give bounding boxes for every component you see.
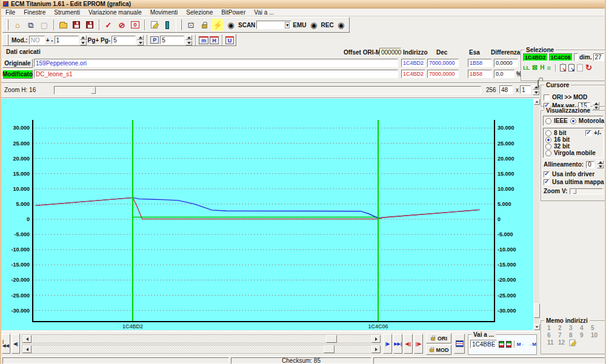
radio-motorola[interactable]: Motorola — [570, 117, 604, 124]
radio-ieee[interactable]: IEEE — [545, 117, 568, 124]
scan-dropdown[interactable]: ▾ — [256, 21, 291, 29]
memo-slot-4[interactable]: 4 — [580, 325, 591, 331]
selection-extra-field[interactable] — [574, 53, 578, 61]
vscroll-thumb[interactable] — [534, 303, 540, 318]
memo-back-button[interactable]: M← — [517, 342, 526, 347]
usa-ultima-mappa-checkbox[interactable] — [544, 179, 550, 185]
zoom-v-slider-thumb[interactable] — [573, 189, 576, 194]
hex-view-button[interactable]: H — [210, 36, 219, 44]
scan-record-button[interactable]: ◉ — [225, 19, 237, 31]
go-first-button[interactable]: |◀◀ — [2, 334, 10, 354]
bit32-radio[interactable] — [545, 144, 551, 150]
modificato-button[interactable]: Modificato — [2, 70, 33, 79]
memo-slot-10[interactable]: 10 — [591, 332, 602, 339]
memo-slot-3[interactable]: 3 — [569, 325, 580, 331]
zoom-h-slider-track[interactable] — [54, 86, 481, 94]
go-prev-button[interactable]: ◀| — [12, 334, 20, 354]
goto-ori-flag-button[interactable] — [499, 341, 504, 348]
restore-selection-button[interactable]: ↻ — [585, 63, 592, 72]
page-back-button[interactable]: ||▶ — [414, 334, 423, 354]
menu-file[interactable]: File — [1, 9, 19, 16]
bit16-radio[interactable] — [545, 137, 551, 143]
select-h-button[interactable]: H — [540, 64, 544, 71]
menu-variazione-manuale[interactable]: Variazione manuale — [84, 9, 146, 16]
memo-slot-5[interactable]: 5 — [591, 325, 602, 331]
ori-scroll-thumb[interactable] — [326, 335, 337, 343]
menu-bitpower[interactable]: BitPower — [217, 9, 250, 16]
mod-value-field[interactable]: NO — [29, 36, 45, 44]
memo-edit-icon[interactable] — [570, 340, 576, 346]
unit-view-button[interactable]: U — [225, 36, 235, 44]
ori-scrollbar[interactable] — [22, 334, 381, 343]
allineamento-value[interactable]: 0 — [586, 161, 594, 168]
mod-scrollbar[interactable] — [22, 345, 381, 354]
step-spinner[interactable] — [80, 35, 87, 45]
motorola-radio[interactable] — [570, 118, 576, 124]
copy-selection-button[interactable]: ↘ — [560, 64, 566, 71]
select-begin-button[interactable]: LL — [523, 65, 530, 71]
memo-fwd-button[interactable]: →M — [527, 342, 536, 347]
p-value-field[interactable]: 5 — [160, 36, 184, 44]
radio-16bit[interactable]: 16 bit — [545, 136, 601, 143]
virgola-radio[interactable] — [545, 150, 551, 156]
save-button[interactable] — [70, 19, 82, 31]
select-invert-button[interactable]: ⊠ — [532, 64, 538, 71]
cursore-lock-icon[interactable] — [538, 80, 539, 88]
usa-info-driver-checkbox[interactable] — [544, 171, 550, 177]
reset-zero-button[interactable]: 0 — [129, 19, 141, 31]
checksum-verify-button[interactable]: ✓ — [102, 19, 115, 31]
memo-slot-6[interactable]: 6 — [547, 332, 558, 339]
page-spinner[interactable] — [137, 35, 144, 45]
p-spinner[interactable] — [185, 35, 192, 45]
p-mode-button[interactable]: P — [150, 36, 159, 44]
mod-lock-button[interactable]: MOD — [426, 345, 451, 355]
plusminus-checkbox[interactable] — [585, 130, 591, 136]
run-button[interactable]: ⚡ — [211, 19, 224, 31]
allineamento-spinner[interactable] — [597, 160, 604, 168]
scroll-up-button[interactable] — [534, 99, 540, 105]
page-fwd-button[interactable]: ▶▶| — [393, 334, 402, 354]
memo-slot-2[interactable]: 2 — [558, 325, 569, 331]
scroll-down-button[interactable] — [534, 324, 540, 330]
zoom-h-slider-thumb[interactable] — [91, 87, 96, 94]
menu-selezione[interactable]: Selezione — [182, 9, 217, 16]
chevron-down-icon[interactable]: ▾ — [285, 22, 290, 28]
toolbar-grip[interactable] — [7, 19, 8, 30]
step-fwd-button[interactable]: |▶ — [383, 334, 392, 354]
mod-scroll-right[interactable] — [371, 345, 381, 353]
ori-lock-button[interactable]: ORI — [426, 333, 451, 343]
open-file-button[interactable] — [57, 19, 69, 31]
ori-scroll-left[interactable] — [22, 335, 32, 343]
pm-check[interactable]: +/- — [585, 130, 601, 136]
bit8-radio[interactable] — [545, 130, 551, 136]
map-view-button[interactable]: m — [199, 36, 208, 44]
step-back-button[interactable]: ◀|| — [404, 334, 413, 354]
mod-scroll-left[interactable] — [22, 345, 32, 353]
column-view-button[interactable] — [161, 19, 173, 31]
goto-mod-flag-button[interactable] — [506, 341, 511, 348]
step-value-field[interactable]: 1 — [55, 36, 79, 44]
menu-movimenti[interactable]: Movimenti — [146, 9, 182, 16]
graph-area[interactable]: 30.00030.00025.00025.00020.00020.00015.0… — [1, 99, 533, 330]
memo-slot-8[interactable]: 8 — [569, 332, 580, 339]
menu-vai-a[interactable]: Vai a ... — [250, 9, 278, 16]
modificato-file-field[interactable]: DC_leone_s1 — [34, 70, 398, 78]
page-step-field[interactable]: 5 — [112, 36, 136, 44]
menu-finestre[interactable]: Finestre — [19, 9, 50, 16]
zoom-h-cols-field[interactable]: 48 — [499, 85, 513, 94]
radio-8bit[interactable]: 8 bit — [545, 130, 567, 136]
lock-button[interactable] — [198, 19, 210, 31]
home-button[interactable]: ⌂ — [12, 19, 24, 31]
zoom-h-mult-field[interactable]: 1 — [520, 85, 531, 94]
menu-strumenti[interactable]: Strumenti — [50, 9, 84, 16]
vai-a-input[interactable]: 1C4BBE — [470, 340, 497, 348]
graph-vertical-scrollbar[interactable] — [533, 99, 539, 330]
paste-selection-button[interactable]: ↘ — [568, 64, 574, 71]
memo-slot-12[interactable]: 12 — [558, 339, 569, 346]
copy-window-button[interactable]: ⧉ — [25, 19, 37, 31]
eprom-graph[interactable]: 30.00030.00025.00025.00020.00020.00015.0… — [1, 99, 533, 330]
toolbar-grip2[interactable] — [180, 19, 182, 30]
rec-record-button[interactable]: ◉ — [335, 19, 347, 31]
mod-scroll-thumb[interactable] — [324, 345, 335, 353]
memo-slot-7[interactable]: 7 — [558, 332, 569, 339]
